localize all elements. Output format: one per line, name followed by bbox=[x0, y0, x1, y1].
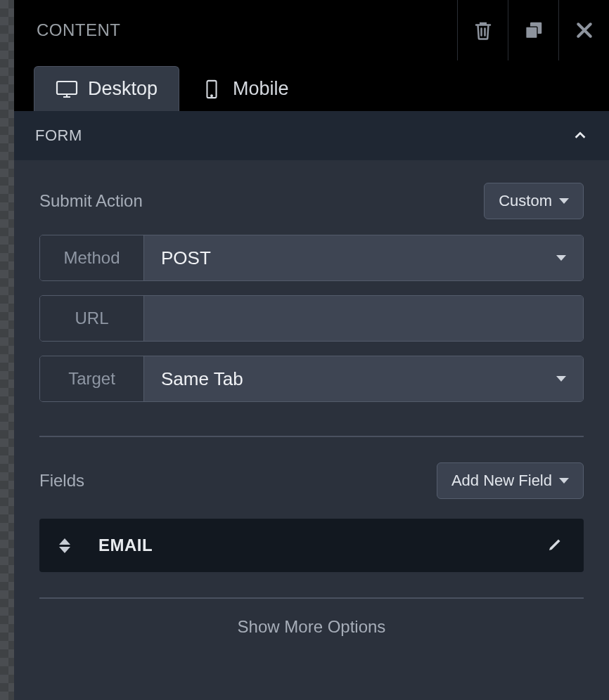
submit-action-dropdown[interactable]: Custom bbox=[484, 183, 584, 219]
target-label: Target bbox=[40, 356, 144, 401]
submit-action-value: Custom bbox=[499, 192, 552, 210]
url-input[interactable] bbox=[161, 308, 566, 330]
tab-mobile-label: Mobile bbox=[233, 78, 289, 100]
chevron-up-icon bbox=[572, 128, 588, 143]
form-section-body: Submit Action Custom Method POST URL bbox=[14, 160, 609, 675]
field-item: EMAIL bbox=[39, 519, 584, 572]
desktop-icon bbox=[56, 79, 78, 99]
edit-field-button[interactable] bbox=[547, 536, 564, 555]
sort-down-icon bbox=[59, 547, 70, 553]
caret-down-icon bbox=[559, 478, 569, 484]
url-row: URL bbox=[39, 295, 584, 342]
fields-label: Fields bbox=[39, 471, 84, 491]
add-new-field-label: Add New Field bbox=[451, 472, 552, 490]
panel-fill bbox=[14, 675, 609, 700]
delete-button[interactable] bbox=[457, 0, 508, 60]
field-name: EMAIL bbox=[98, 536, 547, 555]
close-icon bbox=[574, 20, 595, 41]
close-button[interactable] bbox=[558, 0, 609, 60]
svg-rect-1 bbox=[525, 27, 537, 38]
url-input-cell bbox=[144, 296, 583, 341]
target-select[interactable]: Same Tab bbox=[144, 356, 583, 401]
submit-action-label: Submit Action bbox=[39, 191, 143, 211]
copy-icon bbox=[523, 20, 544, 41]
tab-desktop[interactable]: Desktop bbox=[34, 66, 179, 111]
target-row: Target Same Tab bbox=[39, 356, 584, 402]
form-section-title: FORM bbox=[35, 127, 82, 145]
duplicate-button[interactable] bbox=[508, 0, 558, 60]
sort-up-icon bbox=[59, 538, 70, 545]
method-label: Method bbox=[40, 235, 144, 280]
show-more-options[interactable]: Show More Options bbox=[39, 599, 584, 668]
show-more-label: Show More Options bbox=[238, 617, 386, 636]
tab-desktop-label: Desktop bbox=[88, 78, 158, 100]
method-value: POST bbox=[161, 247, 211, 269]
method-select[interactable]: POST bbox=[144, 235, 583, 280]
header-actions bbox=[457, 0, 609, 60]
pencil-icon bbox=[547, 536, 564, 552]
drag-handle[interactable] bbox=[59, 538, 70, 553]
trash-icon bbox=[473, 20, 494, 41]
caret-down-icon bbox=[556, 376, 566, 382]
url-label: URL bbox=[40, 296, 144, 341]
method-row: Method POST bbox=[39, 235, 584, 281]
mobile-icon bbox=[200, 79, 223, 99]
caret-down-icon bbox=[559, 198, 569, 204]
svg-rect-2 bbox=[57, 82, 77, 94]
svg-point-4 bbox=[211, 95, 212, 96]
target-value: Same Tab bbox=[161, 368, 243, 390]
add-new-field-button[interactable]: Add New Field bbox=[437, 462, 584, 499]
tab-mobile[interactable]: Mobile bbox=[179, 67, 310, 111]
form-section-header[interactable]: FORM bbox=[14, 111, 609, 160]
device-tabs: Desktop Mobile bbox=[14, 60, 609, 111]
divider bbox=[39, 436, 584, 437]
panel-title: CONTENT bbox=[37, 20, 457, 40]
panel-header: CONTENT bbox=[14, 0, 609, 60]
caret-down-icon bbox=[556, 255, 566, 261]
